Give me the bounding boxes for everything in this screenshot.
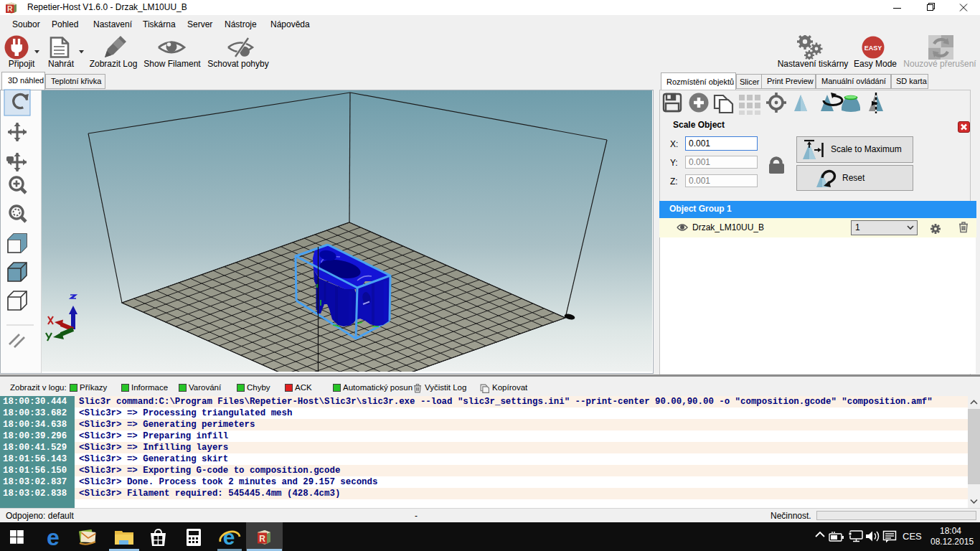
svg-text:R: R: [7, 4, 13, 13]
svg-text:EASY: EASY: [864, 44, 882, 52]
svg-text:e: e: [223, 526, 235, 549]
svg-text:R: R: [259, 534, 265, 544]
svg-text:e: e: [47, 527, 60, 548]
